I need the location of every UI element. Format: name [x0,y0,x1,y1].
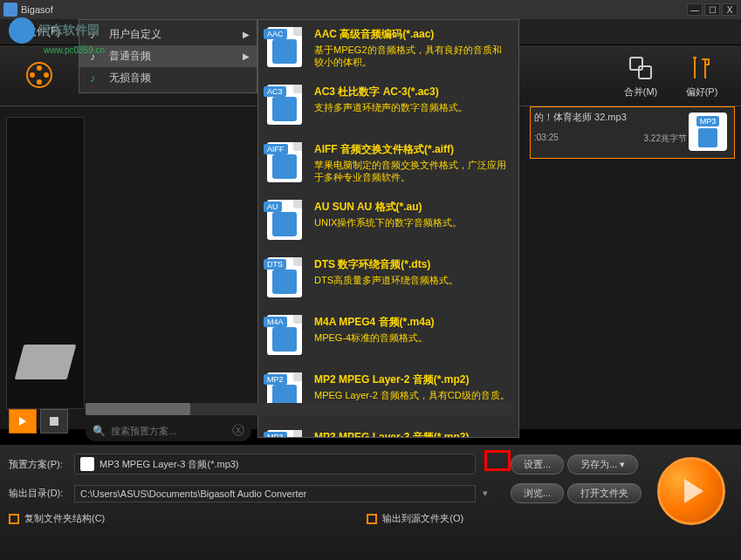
film-reel-icon [24,59,55,91]
file-duration: :03:25 [534,133,559,145]
format-tag: AC3 [264,86,286,97]
format-text: AU SUN AU 格式(*.au) UNIX操作系统下的数字音频格式。 [314,200,510,243]
submenu-label: 无损音频 [109,71,151,85]
prefs-button[interactable]: 偏好(P) [671,52,732,99]
format-file-icon: AU [267,200,305,243]
play-button[interactable] [9,409,37,434]
format-item-au[interactable]: AU AU SUN AU 格式(*.au) UNIX操作系统下的数字音频格式。 [258,193,518,250]
tools-icon [686,52,717,84]
watermark: 河东软件园 www.pc0359.cn [9,17,99,44]
format-file-icon: AC3 [267,85,305,128]
format-item-aiff[interactable]: AIFF AIFF 音频交换文件格式(*.aiff) 苹果电脑制定的音频交换文件… [258,135,518,193]
svg-rect-6 [639,66,651,79]
browse-button[interactable]: 浏览... [511,483,564,503]
dropdown-arrow-icon[interactable]: ▾ [483,488,507,499]
output-row: 输出目录(D): C:\Users\ASUS\Documents\Bigasof… [9,483,732,503]
format-desc: 苹果电脑制定的音频交换文件格式，广泛应用于多种专业音频软件。 [314,159,510,184]
output-path-field[interactable]: C:\Users\ASUS\Documents\Bigasoft Audio C… [74,485,476,502]
svg-point-4 [30,72,35,78]
format-title: AU SUN AU 格式(*.au) [314,200,510,215]
watermark-icon [9,17,35,44]
bottom-bar: 预置方案(P): MP3 MPEG Layer-3 音频(*.mp3) 设置..… [0,445,741,560]
format-tag: AAC [264,29,287,39]
preset-row: 预置方案(P): MP3 MPEG Layer-3 音频(*.mp3) 设置..… [9,454,732,475]
search-clear-icon[interactable]: ⓧ [232,423,244,439]
search-icon: 🔍 [93,425,106,437]
svg-point-2 [44,72,49,78]
stop-button[interactable] [40,409,68,434]
window-controls: — ☐ X [687,3,738,16]
format-tag: MP2 [264,374,287,385]
badge-tag: MP3 [696,116,720,126]
format-text: M4A MPEG4 音频(*.m4a) MPEG-4标准的音频格式。 [314,315,510,359]
format-tag: MP3 [264,432,287,438]
merge-button[interactable]: 合并(M) [610,52,671,99]
svg-point-1 [37,65,42,71]
format-title: MP2 MPEG Layer-2 音频(*.mp2) [314,372,510,387]
output-source-label: 输出到源文件夹(O) [382,512,463,525]
prefs-label: 偏好(P) [686,85,718,99]
copy-structure-checkbox[interactable] [9,514,19,524]
scrollbar-thumb[interactable] [86,403,190,415]
chevron-right-icon: ▶ [243,30,250,39]
format-text: AIFF 音频交换文件格式(*.aiff) 苹果电脑制定的音频交换文件格式，广泛… [314,142,510,186]
watermark-text: 河东软件园 [38,23,99,38]
highlight-box [484,450,511,471]
open-folder-button[interactable]: 打开文件夹 [567,483,642,503]
format-tag: DTS [264,259,286,270]
preview-art [15,345,77,379]
format-item-dts[interactable]: DTS DTS 数字环绕音频(*.dts) DTS高质量多声道环绕音频格式。 [258,250,518,308]
format-item-aac[interactable]: AAC AAC 高级音频编码(*.aac) 基于MPEG2的音频格式，具有良好的… [258,20,518,78]
minimize-button[interactable]: — [687,3,703,16]
output-source-checkbox[interactable] [367,514,377,524]
format-title: AIFF 音频交换文件格式(*.aiff) [314,142,510,157]
add-file-button[interactable] [9,59,70,92]
settings-button[interactable]: 设置... [511,454,564,475]
format-item-m4a[interactable]: M4A M4A MPEG4 音频(*.m4a) MPEG-4标准的音频格式。 [258,308,518,365]
merge-label: 合并(M) [624,85,658,99]
maximize-button[interactable]: ☐ [704,3,720,16]
format-title: AAC 高级音频编码(*.aac) [314,27,510,42]
submenu-label: 用户自定义 [109,27,161,42]
close-button[interactable]: X [722,3,738,16]
file-size: 3.22兆字节 [644,133,687,145]
submenu-lossless-audio[interactable]: ♪ 无损音频 [79,67,257,89]
format-title: DTS 数字环绕音频(*.dts) [314,257,510,272]
format-text: MP3 MPEG Layer-3 音频(*.mp3) 流行的音频格式，具有很好的… [314,430,510,438]
format-file-icon: MP3 [267,430,305,438]
format-title: AC3 杜比数字 AC-3(*.ac3) [314,85,510,99]
convert-button[interactable] [657,457,725,525]
file-format-badge: MP3 [689,113,727,151]
horizontal-scrollbar[interactable] [86,403,513,415]
watermark-url: www.pc0359.cn [44,45,105,55]
format-item-ac3[interactable]: AC3 AC3 杜比数字 AC-3(*.ac3) 支持多声道环绕声的数字音频格式… [258,78,518,135]
submenu-general-audio[interactable]: ♪ 普通音频 ▶ [79,45,257,67]
format-tag: AU [264,201,282,212]
format-file-icon: DTS [267,257,305,301]
format-file-icon: M4A [267,315,305,359]
chevron-right-icon: ▶ [243,51,250,61]
format-file-icon: AAC [267,27,305,71]
category-submenu: ♪ 用户自定义 ▶ ♪ 普通音频 ▶ ♪ 无损音频 [79,19,257,93]
format-list-panel[interactable]: AAC AAC 高级音频编码(*.aac) 基于MPEG2的音频格式，具有良好的… [257,19,519,438]
submenu-user-custom[interactable]: ♪ 用户自定义 ▶ [79,24,257,45]
preset-dropdown[interactable]: MP3 MPEG Layer-3 音频(*.mp3) [74,454,476,475]
format-tag: AIFF [264,144,288,154]
preview-panel [6,117,85,409]
app-title: Bigasof [21,4,53,15]
play-controls [9,409,68,434]
app-icon [3,3,17,17]
format-desc: 基于MPEG2的音频格式，具有良好的音质和较小的体积。 [314,44,510,69]
file-list-item[interactable]: 的！体育老师 32.mp3 :03:25 3.22兆字节 MP3 [530,106,735,159]
format-text: AC3 杜比数字 AC-3(*.ac3) 支持多声道环绕声的数字音频格式。 [314,85,510,128]
preset-value: MP3 MPEG Layer-3 音频(*.mp3) [99,458,239,471]
output-path: C:\Users\ASUS\Documents\Bigasoft Audio C… [80,488,306,499]
music-note-icon [698,128,717,147]
search-bar: 🔍 ⓧ [86,420,251,441]
format-title: MP3 MPEG Layer-3 音频(*.mp3) [314,430,510,438]
search-input[interactable] [111,426,232,436]
format-item-mp3[interactable]: MP3 MP3 MPEG Layer-3 音频(*.mp3) 流行的音频格式，具… [258,423,518,438]
saveas-button[interactable]: 另存为... ▾ [567,454,638,475]
svg-rect-5 [630,58,642,70]
copy-structure-label: 复制文件夹结构(C) [24,512,105,525]
